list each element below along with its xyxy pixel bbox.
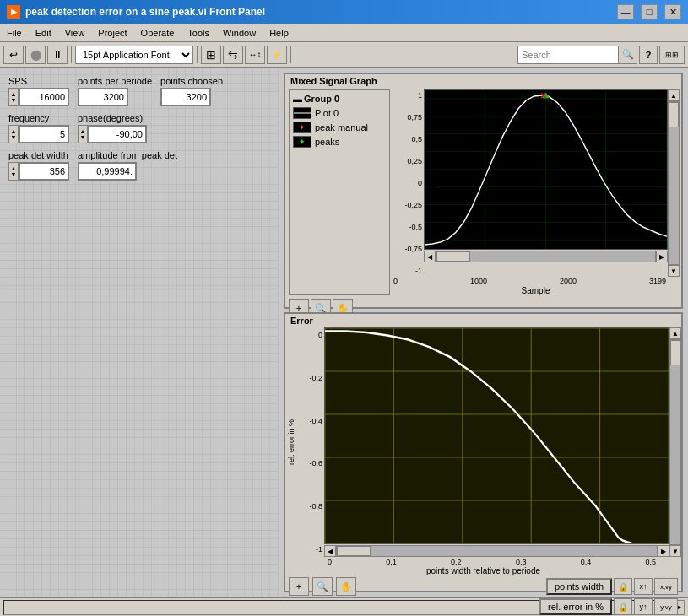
x-scrollbar[interactable]: ◀ ▶ — [424, 251, 668, 262]
rel-lock-icon[interactable]: 🔒 — [614, 598, 632, 615]
error-y-up[interactable]: ▲ — [669, 327, 681, 339]
x-scroll-track[interactable] — [436, 251, 656, 262]
menu-file[interactable]: File — [0, 26, 29, 40]
toolbar-sep1 — [71, 46, 72, 63]
frequency-control: frequency ▲▼ — [8, 113, 69, 143]
sps-incdec[interactable]: ▲▼ — [8, 88, 19, 106]
toolbar-extra-btn[interactable]: ⊞⊞ — [659, 46, 685, 64]
error-tb-hand[interactable]: ✋ — [336, 577, 356, 596]
peak-det-width-input[interactable] — [19, 162, 69, 181]
error-graph: Error rel. error in % 0 -0,2 -0,4 -0,6 -… — [284, 312, 683, 592]
search-box: 🔍 ? ⊞⊞ — [517, 46, 685, 64]
toolbar-sep3 — [290, 46, 291, 63]
mixed-chart-container: 1 0,75 0,5 0,25 0 -0,25 -0,5 -0,75 -1 — [392, 89, 680, 295]
search-input[interactable] — [517, 46, 619, 64]
error-rel-btn-row: rel. error in % 🔒 y↑ y,vy — [285, 597, 681, 616]
x-scroll-thumb[interactable] — [436, 251, 470, 262]
frequency-input[interactable] — [19, 125, 69, 143]
points-xvy-btn[interactable]: x,vy — [654, 578, 678, 595]
toolbar-pause-btn[interactable]: ⏸ — [47, 46, 68, 64]
rel-error-button[interactable]: rel. error in % — [539, 598, 612, 615]
legend-collapse[interactable]: ▬ Group 0 — [293, 94, 386, 104]
mixed-chart-area[interactable]: ◀ ▶ — [424, 89, 668, 277]
error-y-scrollbar[interactable]: ▲ ▼ — [669, 327, 681, 557]
sps-input[interactable] — [19, 88, 69, 106]
error-y-track[interactable] — [669, 339, 681, 545]
mixed-chart-svg — [424, 89, 668, 250]
x-scroll-right[interactable]: ▶ — [656, 251, 668, 262]
error-y-thumb[interactable] — [670, 340, 680, 365]
rel-y-btn[interactable]: y↑ — [634, 598, 653, 615]
error-tb-plus[interactable]: + — [289, 577, 309, 596]
help-button[interactable]: ? — [639, 46, 658, 64]
toolbar-dist-btn[interactable]: ⇆ — [223, 46, 243, 64]
points-width-button[interactable]: points width — [546, 578, 612, 595]
control-row-2: frequency ▲▼ phase(degrees) ▲▼ — [8, 113, 270, 143]
points-per-periode-input[interactable] — [78, 88, 128, 106]
rel-error-label: rel. error in % — [548, 602, 604, 612]
control-row-3: peak det width ▲▼ amplitude from peak de… — [8, 150, 270, 181]
toolbar-resize-btn[interactable]: ↔↕ — [245, 46, 265, 64]
error-x-thumb[interactable] — [337, 546, 371, 556]
error-tb-zoom[interactable]: 🔍 — [312, 577, 333, 596]
y-axis-label: Amplitude — [425, 163, 435, 200]
points-choosen-control: points choosen — [160, 76, 223, 106]
points-lock-icon[interactable]: 🔒 — [614, 578, 632, 595]
frequency-label: frequency — [8, 113, 69, 123]
menu-project[interactable]: Project — [91, 26, 133, 40]
error-x-axis-label: points width relative to periode — [285, 566, 681, 575]
search-button[interactable]: 🔍 — [619, 46, 637, 64]
legend-peak-manual: ✦ peak manual — [293, 122, 386, 133]
font-selector[interactable]: 15pt Application Font — [75, 46, 193, 64]
toolbar-sep2 — [197, 46, 198, 63]
error-y-down[interactable]: ▼ — [669, 545, 681, 557]
y-scroll-track[interactable] — [668, 101, 680, 265]
mixed-signal-graph: Mixed Signal Graph ▬ Group 0 Plot 0 — [284, 73, 683, 309]
points-choosen-label: points choosen — [160, 76, 223, 86]
close-button[interactable]: ✕ — [664, 4, 681, 19]
sps-input-wrap: ▲▼ — [8, 88, 69, 106]
y-scroll-down[interactable]: ▼ — [668, 265, 680, 277]
toolbar-run-btn[interactable]: ⬤ — [25, 46, 46, 64]
points-choosen-input[interactable] — [160, 88, 211, 106]
peak-det-width-wrap: ▲▼ — [8, 162, 69, 181]
phase-input[interactable] — [88, 125, 147, 143]
menu-operate[interactable]: Operate — [134, 26, 181, 40]
y-scroll-up[interactable]: ▲ — [668, 89, 680, 101]
toolbar-back-btn[interactable]: ↩ — [3, 46, 24, 64]
phase-wrap: ▲▼ — [78, 125, 147, 143]
menu-view[interactable]: View — [58, 26, 92, 40]
error-chart-area[interactable]: ◀ ▶ — [324, 327, 669, 557]
toolbar-order-btn[interactable]: ⚡ — [267, 46, 287, 64]
error-chart-svg — [324, 327, 669, 544]
control-row-1: SPS ▲▼ points per periode points choosen — [8, 76, 270, 106]
error-graph-body: rel. error in % 0 -0,2 -0,4 -0,6 -0,8 -1 — [285, 327, 681, 557]
app-icon: ▶ — [7, 5, 20, 19]
minimize-button[interactable]: — — [617, 4, 634, 19]
menu-help[interactable]: Help — [263, 26, 295, 40]
menu-tools[interactable]: Tools — [181, 26, 216, 40]
points-xy-btn[interactable]: x↑ — [634, 578, 653, 595]
menu-window[interactable]: Window — [216, 26, 263, 40]
y-scrollbar[interactable]: ▲ ▼ — [668, 89, 680, 277]
toolbar-align-btn[interactable]: ⊞ — [201, 46, 221, 64]
error-x-track[interactable] — [336, 545, 658, 557]
error-graph-title: Error — [285, 314, 681, 327]
error-bottom-row: + 🔍 ✋ points width 🔒 x↑ x,vy — [285, 575, 681, 597]
peak-det-width-incdec[interactable]: ▲▼ — [8, 162, 19, 181]
maximize-button[interactable]: □ — [641, 4, 658, 19]
x-axis-label: Sample — [392, 286, 680, 295]
y-scroll-thumb[interactable] — [669, 102, 679, 127]
rel-yvy-btn[interactable]: y,vy — [654, 598, 678, 615]
error-x-scrollbar[interactable]: ◀ ▶ — [324, 545, 669, 557]
phase-incdec[interactable]: ▲▼ — [78, 125, 88, 143]
error-x-left[interactable]: ◀ — [324, 545, 336, 557]
x-scroll-left[interactable]: ◀ — [424, 251, 436, 262]
frequency-wrap: ▲▼ — [8, 125, 69, 143]
amplitude-input[interactable] — [78, 162, 137, 181]
error-x-right[interactable]: ▶ — [658, 545, 669, 557]
legend-plot0: Plot 0 — [293, 107, 386, 119]
frequency-incdec[interactable]: ▲▼ — [8, 125, 19, 143]
title-bar: ▶ peak detection error on a sine peak.vi… — [0, 0, 688, 24]
menu-edit[interactable]: Edit — [29, 26, 58, 40]
